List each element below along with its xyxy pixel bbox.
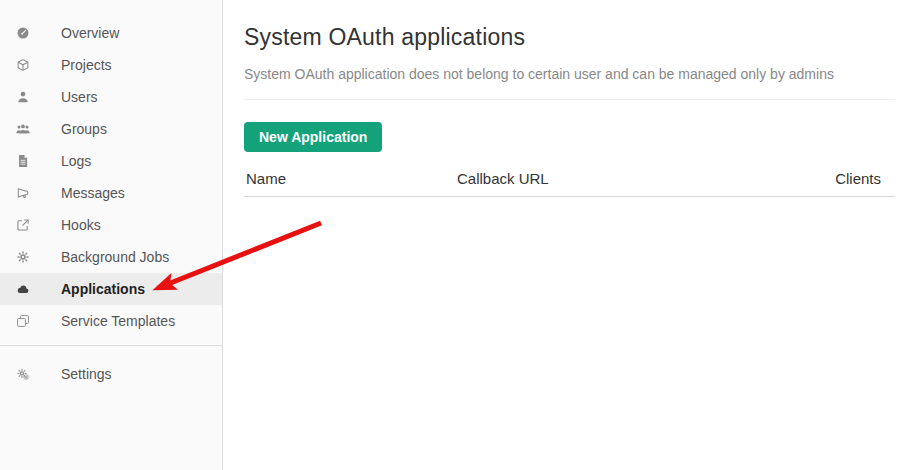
sidebar-item-label: Hooks [61, 217, 101, 233]
cogs-icon [14, 367, 32, 381]
sidebar-item-label: Users [61, 89, 98, 105]
sidebar-item-logs[interactable]: Logs [0, 145, 222, 177]
cube-icon [14, 58, 32, 72]
gear-icon [14, 250, 32, 264]
sidebar-item-applications[interactable]: Applications [0, 273, 222, 305]
sidebar-item-overview[interactable]: Overview [0, 17, 222, 49]
megaphone-icon [14, 186, 32, 200]
sidebar-item-label: Service Templates [61, 313, 175, 329]
page-subtitle: System OAuth application does not belong… [244, 66, 895, 82]
sidebar-item-users[interactable]: Users [0, 81, 222, 113]
external-link-icon [14, 218, 32, 232]
sidebar-item-label: Logs [61, 153, 91, 169]
column-header-callback-url: Callback URL [455, 170, 785, 187]
sidebar-item-background-jobs[interactable]: Background Jobs [0, 241, 222, 273]
sidebar-item-groups[interactable]: Groups [0, 113, 222, 145]
file-icon [14, 154, 32, 168]
sidebar-item-label: Background Jobs [61, 249, 169, 265]
sidebar: Overview Projects Users Groups Logs Mess… [0, 0, 223, 470]
sidebar-item-hooks[interactable]: Hooks [0, 209, 222, 241]
sidebar-divider [0, 345, 222, 346]
applications-table-header: Name Callback URL Clients [244, 170, 895, 197]
column-header-clients: Clients [785, 170, 895, 187]
sidebar-item-service-templates[interactable]: Service Templates [0, 305, 222, 337]
sidebar-item-label: Groups [61, 121, 107, 137]
gauge-icon [14, 26, 32, 40]
users-icon [14, 122, 32, 136]
sidebar-item-label: Messages [61, 185, 125, 201]
clone-icon [14, 314, 32, 328]
header-divider [244, 99, 895, 100]
sidebar-item-messages[interactable]: Messages [0, 177, 222, 209]
sidebar-item-label: Projects [61, 57, 112, 73]
sidebar-item-label: Applications [61, 281, 145, 297]
column-header-name: Name [244, 170, 455, 187]
user-icon [14, 90, 32, 104]
sidebar-item-settings[interactable]: Settings [0, 358, 222, 390]
page-title: System OAuth applications [244, 24, 895, 51]
new-application-button[interactable]: New Application [244, 122, 382, 152]
sidebar-item-projects[interactable]: Projects [0, 49, 222, 81]
cloud-icon [14, 282, 32, 296]
main-content: System OAuth applications System OAuth a… [224, 24, 898, 197]
sidebar-item-label: Overview [61, 25, 119, 41]
sidebar-item-label: Settings [61, 366, 112, 382]
